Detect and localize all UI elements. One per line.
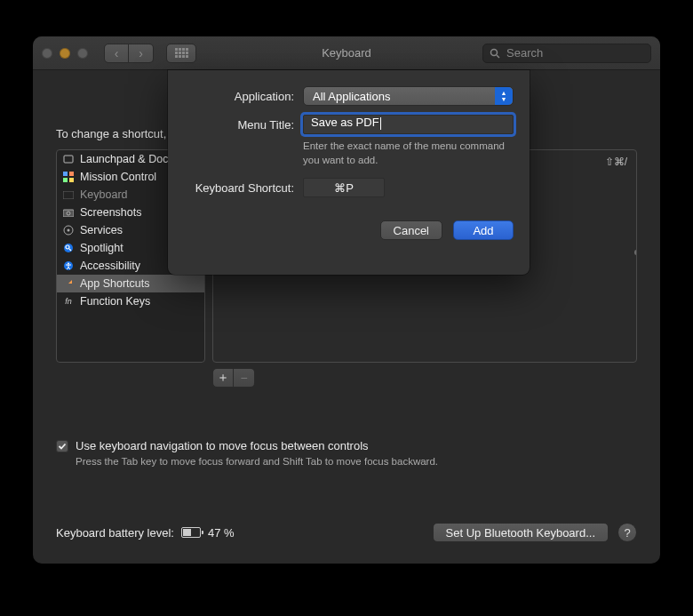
- sidebar-item-label: Screenshots: [80, 206, 141, 219]
- search-icon: [490, 48, 500, 59]
- svg-rect-3: [63, 172, 68, 176]
- bluetooth-keyboard-button[interactable]: Set Up Bluetooth Keyboard...: [433, 523, 609, 542]
- sidebar-item-label: App Shortcuts: [80, 277, 150, 290]
- zoom-window-button[interactable]: [77, 48, 88, 59]
- check-icon: [58, 442, 67, 451]
- svg-point-11: [68, 229, 70, 232]
- nav-back-forward: ‹ ›: [104, 44, 154, 63]
- add-shortcut-button[interactable]: ＋: [212, 368, 234, 388]
- sidebar-item-label: Services: [80, 224, 123, 236]
- menu-title-hint: Enter the exact name of the menu command…: [303, 140, 514, 167]
- nav-forward-button[interactable]: ›: [129, 44, 154, 63]
- add-remove-buttons: ＋ −: [212, 368, 637, 388]
- sidebar-item-label: Accessibility: [80, 260, 140, 272]
- svg-rect-5: [63, 178, 68, 182]
- grid-icon: [175, 48, 188, 58]
- application-select-value: All Applications: [313, 90, 390, 103]
- svg-rect-4: [69, 172, 74, 176]
- keyboard-nav-hint: Press the Tab key to move focus forward …: [76, 456, 637, 467]
- app-shortcuts-icon: [62, 277, 75, 290]
- sidebar-item-label: Launchpad & Dock: [80, 153, 174, 165]
- keyboard-shortcut-label: Keyboard Shortcut:: [184, 181, 294, 195]
- help-icon: ?: [624, 526, 630, 540]
- services-icon: [62, 224, 75, 236]
- keyboard-shortcut-input[interactable]: ⌘P: [303, 178, 385, 197]
- keyboard-nav-label: Use keyboard navigation to move focus be…: [76, 439, 369, 452]
- menu-title-value: Save as PDF: [311, 116, 379, 129]
- nav-back-button[interactable]: ‹: [104, 44, 129, 63]
- svg-rect-7: [63, 191, 74, 199]
- accessibility-icon: [62, 260, 75, 272]
- screenshots-icon: [62, 206, 75, 219]
- battery-icon: [181, 527, 201, 538]
- svg-rect-8: [63, 210, 74, 217]
- keyboard-icon: [62, 188, 75, 201]
- sidebar-item-label: Spotlight: [80, 242, 123, 254]
- chevron-right-icon: ›: [139, 46, 143, 60]
- minimize-window-button[interactable]: [60, 48, 70, 59]
- sidebar-item-function-keys[interactable]: fn Function Keys: [57, 292, 204, 310]
- menu-title-label: Menu Title:: [184, 118, 294, 132]
- shortcut-key-combo: ⇧⌘/: [605, 156, 627, 168]
- search-input[interactable]: [482, 44, 651, 63]
- menu-title-input[interactable]: Save as PDF: [303, 115, 514, 134]
- keyboard-nav-checkbox[interactable]: [56, 440, 68, 452]
- remove-shortcut-button[interactable]: −: [234, 368, 255, 388]
- show-all-prefs-button[interactable]: [166, 44, 196, 63]
- cancel-button[interactable]: Cancel: [380, 220, 442, 240]
- spotlight-icon: [62, 242, 75, 254]
- battery-status: Keyboard battery level: 47 %: [56, 526, 235, 540]
- mission-control-icon: [62, 171, 75, 183]
- keyboard-shortcut-value: ⌘P: [334, 181, 354, 195]
- svg-point-16: [68, 263, 69, 265]
- sidebar-item-label: Keyboard: [80, 188, 128, 201]
- select-stepper-icon: ▲▼: [495, 87, 513, 105]
- battery-label: Keyboard battery level:: [56, 526, 174, 540]
- function-keys-icon: fn: [62, 295, 75, 308]
- window-controls: [42, 48, 88, 59]
- chevron-left-icon: ‹: [115, 46, 119, 60]
- svg-rect-6: [69, 178, 74, 182]
- application-select[interactable]: All Applications ▲▼: [303, 86, 514, 106]
- keyboard-nav-checkbox-row: Use keyboard navigation to move focus be…: [56, 439, 637, 452]
- svg-point-0: [491, 49, 498, 55]
- add-button[interactable]: Add: [453, 220, 514, 240]
- close-window-button[interactable]: [42, 48, 52, 59]
- launchpad-icon: [62, 153, 75, 165]
- add-shortcut-sheet: Application: All Applications ▲▼ Menu Ti…: [168, 70, 530, 275]
- titlebar: ‹ › Keyboard: [33, 36, 660, 70]
- sidebar-item-label: Function Keys: [80, 295, 150, 308]
- sidebar-item-app-shortcuts[interactable]: App Shortcuts: [57, 275, 204, 292]
- preferences-window: ‹ › Keyboard To change a shortcut, selec…: [33, 36, 660, 564]
- battery-value: 47 %: [208, 526, 235, 540]
- application-label: Application:: [184, 90, 294, 103]
- svg-line-1: [497, 55, 499, 58]
- svg-rect-2: [64, 156, 73, 163]
- footer: Keyboard battery level: 47 % Set Up Blue…: [56, 523, 637, 542]
- sidebar-item-label: Mission Control: [80, 171, 156, 183]
- help-button[interactable]: ?: [617, 523, 637, 542]
